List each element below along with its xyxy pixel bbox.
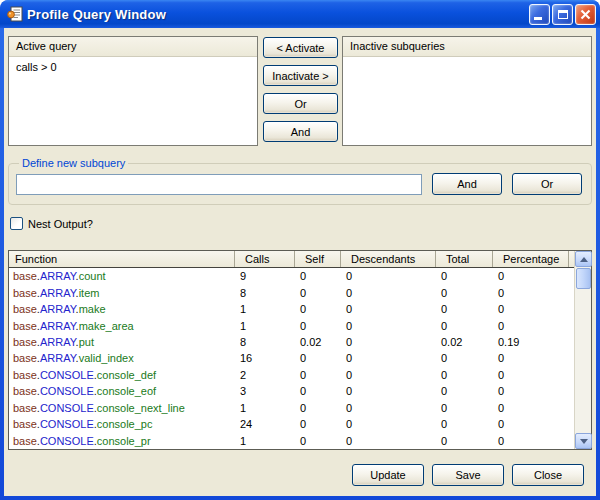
active-query-panel: Active query calls > 0: [8, 36, 258, 146]
column-header-descendants[interactable]: Descendants: [340, 251, 435, 267]
calls-cell: 2: [234, 369, 294, 381]
or-combine-button[interactable]: Or: [263, 93, 338, 114]
maximize-button[interactable]: [552, 4, 573, 25]
calls-cell: 1: [234, 320, 294, 332]
inactive-subqueries-list[interactable]: [343, 58, 591, 145]
subquery-or-button[interactable]: Or: [512, 173, 582, 195]
table-row[interactable]: base.CONSOLE.console_def20000: [9, 367, 574, 383]
self-cell: 0.02: [294, 336, 340, 348]
subquery-and-button[interactable]: And: [432, 173, 502, 195]
scrollbar-thumb[interactable]: [576, 268, 591, 289]
table-row[interactable]: base.ARRAY.make10000: [9, 301, 574, 317]
table-row[interactable]: base.ARRAY.put80.0200.020.19: [9, 334, 574, 350]
function-cell: base.CONSOLE.console_eof: [9, 385, 234, 397]
calls-cell: 16: [234, 352, 294, 364]
column-header-total[interactable]: Total: [435, 251, 492, 267]
descendants-cell: 0: [340, 402, 435, 414]
window-title: Profile Query Window: [27, 7, 529, 22]
self-cell: 0: [294, 369, 340, 381]
active-query-item[interactable]: calls > 0: [9, 58, 257, 73]
descendants-cell: 0: [340, 287, 435, 299]
percentage-cell: 0: [492, 385, 568, 397]
inactivate-button[interactable]: Inactivate >: [263, 65, 338, 86]
self-cell: 0: [294, 418, 340, 430]
define-subquery-label: Define new subquery: [19, 157, 128, 169]
close-dialog-button[interactable]: Close: [512, 464, 584, 486]
self-cell: 0: [294, 303, 340, 315]
table-row[interactable]: base.ARRAY.make_area10000: [9, 317, 574, 333]
function-cell: base.CONSOLE.console_next_line: [9, 402, 234, 414]
function-cell: base.ARRAY.make: [9, 303, 234, 315]
scroll-down-icon: [580, 439, 588, 444]
descendants-cell: 0: [340, 303, 435, 315]
descendants-cell: 0: [340, 270, 435, 282]
descendants-cell: 0: [340, 418, 435, 430]
column-header-function[interactable]: Function: [9, 251, 234, 267]
table-row[interactable]: base.CONSOLE.console_next_line10000: [9, 400, 574, 416]
column-header-calls[interactable]: Calls: [234, 251, 294, 267]
function-cell: base.ARRAY.make_area: [9, 320, 234, 332]
total-cell: 0: [435, 418, 492, 430]
percentage-cell: 0: [492, 402, 568, 414]
column-header-self[interactable]: Self: [294, 251, 340, 267]
active-query-list[interactable]: calls > 0: [9, 58, 257, 145]
self-cell: 0: [294, 435, 340, 447]
inactive-subqueries-panel: Inactive subqueries: [342, 36, 592, 146]
total-cell: 0: [435, 287, 492, 299]
self-cell: 0: [294, 320, 340, 332]
function-cell: base.ARRAY.item: [9, 287, 234, 299]
percentage-cell: 0: [492, 287, 568, 299]
descendants-cell: 0: [340, 352, 435, 364]
minimize-button[interactable]: [529, 4, 550, 25]
calls-cell: 8: [234, 287, 294, 299]
percentage-cell: 0: [492, 418, 568, 430]
nest-output-checkbox[interactable]: [10, 217, 23, 230]
table-rows: base.ARRAY.count90000base.ARRAY.item8000…: [9, 268, 574, 449]
descendants-cell: 0: [340, 336, 435, 348]
calls-cell: 8: [234, 336, 294, 348]
window-icon[interactable]: [7, 6, 23, 22]
minimize-icon: [534, 17, 542, 20]
percentage-cell: 0.19: [492, 336, 568, 348]
descendants-cell: 0: [340, 435, 435, 447]
save-button[interactable]: Save: [432, 464, 504, 486]
total-cell: 0: [435, 320, 492, 332]
self-cell: 0: [294, 402, 340, 414]
scroll-up-icon: [580, 257, 588, 262]
self-cell: 0: [294, 287, 340, 299]
function-cell: base.ARRAY.valid_index: [9, 352, 234, 364]
subquery-input[interactable]: [16, 174, 422, 195]
table-scrollbar[interactable]: [574, 251, 591, 449]
total-cell: 0: [435, 435, 492, 447]
scroll-down-button[interactable]: [575, 433, 592, 449]
percentage-cell: 0: [492, 320, 568, 332]
client-area: Active query calls > 0 < Activate Inacti…: [4, 28, 596, 496]
table-row[interactable]: base.CONSOLE.console_pr10000: [9, 433, 574, 449]
table-header: Function Calls Self Descendants Total Pe…: [9, 251, 574, 268]
total-cell: 0: [435, 303, 492, 315]
function-cell: base.ARRAY.put: [9, 336, 234, 348]
maximize-icon: [558, 10, 568, 19]
and-combine-button[interactable]: And: [263, 121, 338, 142]
table-row[interactable]: base.CONSOLE.console_eof30000: [9, 383, 574, 399]
percentage-cell: 0: [492, 270, 568, 282]
inactive-subqueries-header: Inactive subqueries: [343, 37, 591, 57]
table-row[interactable]: base.ARRAY.item80000: [9, 284, 574, 300]
close-button[interactable]: [575, 4, 596, 25]
total-cell: 0.02: [435, 336, 492, 348]
column-header-percentage[interactable]: Percentage: [492, 251, 568, 267]
table-row[interactable]: base.CONSOLE.console_pc240000: [9, 416, 574, 432]
scroll-up-button[interactable]: [575, 251, 592, 267]
function-cell: base.CONSOLE.console_def: [9, 369, 234, 381]
results-table: Function Calls Self Descendants Total Pe…: [8, 250, 592, 450]
function-cell: base.CONSOLE.console_pr: [9, 435, 234, 447]
activate-button[interactable]: < Activate: [263, 37, 338, 58]
function-cell: base.CONSOLE.console_pc: [9, 418, 234, 430]
titlebar[interactable]: Profile Query Window: [0, 0, 600, 28]
update-button[interactable]: Update: [352, 464, 424, 486]
table-row[interactable]: base.ARRAY.valid_index160000: [9, 350, 574, 366]
total-cell: 0: [435, 369, 492, 381]
descendants-cell: 0: [340, 369, 435, 381]
descendants-cell: 0: [340, 385, 435, 397]
table-row[interactable]: base.ARRAY.count90000: [9, 268, 574, 284]
